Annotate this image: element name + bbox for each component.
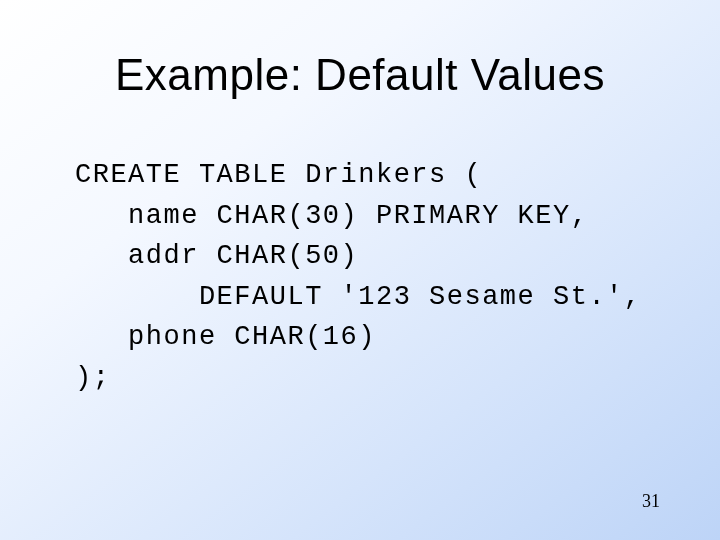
code-line: CREATE TABLE Drinkers ( [75,160,482,190]
code-line: ); [75,363,110,393]
slide: Example: Default Values CREATE TABLE Dri… [0,0,720,540]
code-line: phone CHAR(16) [75,322,376,352]
page-number: 31 [642,491,660,512]
code-block: CREATE TABLE Drinkers ( name CHAR(30) PR… [75,155,680,398]
code-line: addr CHAR(50) [75,241,358,271]
slide-title: Example: Default Values [0,50,720,100]
code-line: DEFAULT '123 Sesame St.', [75,282,641,312]
code-line: name CHAR(30) PRIMARY KEY, [75,201,588,231]
